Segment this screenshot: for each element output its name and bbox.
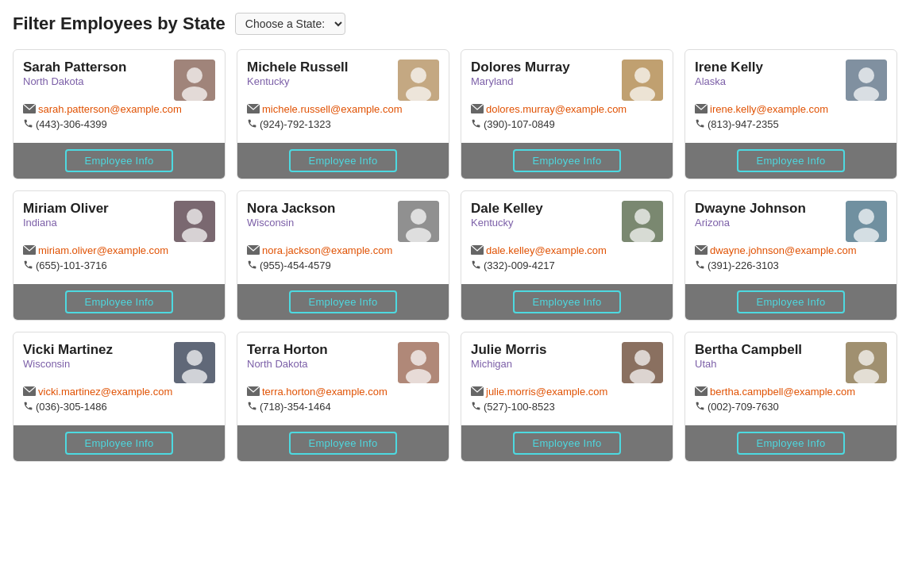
employee-info-button[interactable]: Employee Info <box>289 149 396 172</box>
card-footer: Employee Info <box>685 143 897 179</box>
email-line: irene.kelly@example.com <box>695 102 887 117</box>
card-name-state: Bertha Campbell Utah <box>695 342 802 375</box>
card-footer: Employee Info <box>237 284 449 320</box>
employee-phone: (955)-454-4579 <box>260 259 331 271</box>
employee-info-button[interactable]: Employee Info <box>65 149 172 172</box>
email-line: bertha.campbell@example.com <box>695 385 887 399</box>
employee-name: Nora Jackson <box>247 201 336 217</box>
card-name-state: Michele Russell Kentucky <box>247 60 349 92</box>
card-header: Irene Kelly Alaska <box>695 60 887 101</box>
card-name-state: Dale Kelley Kentucky <box>471 201 543 233</box>
employee-email: dale.kelley@example.com <box>486 244 607 256</box>
employee-name: Julie Morris <box>471 342 546 358</box>
employee-info-button[interactable]: Employee Info <box>737 432 844 455</box>
employee-info-button[interactable]: Employee Info <box>513 432 620 455</box>
card-name-state: Nora Jackson Wisconsin <box>247 201 336 233</box>
employee-state: Arizona <box>695 217 806 229</box>
filter-bar: Filter Employees by State Choose a State… <box>13 13 897 35</box>
employee-info-button[interactable]: Employee Info <box>513 290 620 313</box>
card-header: Dwayne Johnson Arizona <box>695 201 887 242</box>
employee-state: Alaska <box>695 75 763 87</box>
phone-line: (390)-107-0849 <box>471 117 663 132</box>
employee-info-button[interactable]: Employee Info <box>65 290 172 313</box>
envelope-icon <box>23 385 36 399</box>
employee-name: Miriam Oliver <box>23 201 109 217</box>
employee-phone: (924)-792-1323 <box>260 118 331 130</box>
svg-point-1 <box>187 67 202 83</box>
svg-point-21 <box>411 209 426 225</box>
phone-line: (813)-947-2355 <box>695 117 887 132</box>
phone-line: (036)-305-1486 <box>23 400 215 414</box>
employee-info-button[interactable]: Employee Info <box>289 432 396 455</box>
employee-card: Vicki Martinez Wisconsin vicki.martinez@… <box>13 332 226 462</box>
employee-info-button[interactable]: Employee Info <box>737 149 844 172</box>
card-name-state: Miriam Oliver Indiana <box>23 201 109 233</box>
employee-name: Dale Kelley <box>471 201 543 217</box>
employee-phone: (655)-101-3716 <box>36 259 107 271</box>
card-name-state: Dolores Murray Maryland <box>471 60 570 92</box>
email-line: dwayne.johnson@example.com <box>695 244 887 258</box>
employee-state: Wisconsin <box>247 217 336 229</box>
card-name-state: Terra Horton North Dakota <box>247 342 328 375</box>
email-line: terra.horton@example.com <box>247 385 439 399</box>
card-footer: Employee Info <box>13 284 225 320</box>
envelope-icon <box>695 385 708 399</box>
email-line: michele.russell@example.com <box>247 102 439 117</box>
phone-line: (002)-709-7630 <box>695 400 887 414</box>
employee-email: julie.morris@example.com <box>486 386 607 398</box>
employee-phone: (390)-107-0849 <box>484 118 555 130</box>
envelope-icon <box>695 102 708 117</box>
employee-name: Terra Horton <box>247 342 328 358</box>
envelope-icon <box>247 244 260 258</box>
avatar <box>174 60 215 101</box>
phone-line: (391)-226-3103 <box>695 259 887 273</box>
phone-line: (718)-354-1464 <box>247 400 439 414</box>
envelope-icon <box>471 244 484 258</box>
card-body: Terra Horton North Dakota terra.horton@e… <box>237 332 449 425</box>
avatar <box>398 342 439 383</box>
avatar <box>174 201 215 242</box>
phone-line: (655)-101-3716 <box>23 259 215 273</box>
envelope-icon <box>247 385 260 399</box>
card-footer: Employee Info <box>237 143 449 179</box>
employee-state: Wisconsin <box>23 358 113 370</box>
card-header: Nora Jackson Wisconsin <box>247 201 439 242</box>
employee-state: Kentucky <box>247 75 349 87</box>
employee-email: terra.horton@example.com <box>262 386 388 398</box>
card-footer: Employee Info <box>13 143 225 179</box>
avatar <box>174 342 215 383</box>
state-filter-select[interactable]: Choose a State:AlabamaAlaskaArizonaArkan… <box>235 13 345 35</box>
card-footer: Employee Info <box>461 143 673 179</box>
svg-point-25 <box>634 209 650 225</box>
svg-point-41 <box>634 350 650 366</box>
employee-info-button[interactable]: Employee Info <box>289 290 396 313</box>
employee-info-button[interactable]: Employee Info <box>513 149 620 172</box>
card-name-state: Dwayne Johnson Arizona <box>695 201 806 233</box>
email-line: miriam.oliver@example.com <box>23 244 215 258</box>
email-line: julie.morris@example.com <box>471 385 663 399</box>
employee-card: Irene Kelly Alaska irene.kelly@example.c… <box>684 49 897 179</box>
phone-line: (527)-100-8523 <box>471 400 663 414</box>
employee-phone: (002)-709-7630 <box>708 401 779 413</box>
svg-point-9 <box>634 67 650 83</box>
phone-icon <box>23 117 33 132</box>
employee-state: Michigan <box>471 358 546 370</box>
employee-card: Sarah Patterson North Dakota sarah.patte… <box>13 49 226 179</box>
employee-phone: (813)-947-2355 <box>708 118 779 130</box>
employee-info-button[interactable]: Employee Info <box>65 432 172 455</box>
employee-info-button[interactable]: Employee Info <box>737 290 844 313</box>
card-name-state: Irene Kelly Alaska <box>695 60 763 92</box>
avatar <box>622 201 663 242</box>
card-name-state: Vicki Martinez Wisconsin <box>23 342 113 375</box>
phone-icon <box>247 259 257 273</box>
employee-phone: (443)-306-4399 <box>36 118 107 130</box>
employee-state: Kentucky <box>471 217 543 229</box>
avatar <box>846 60 887 101</box>
employee-email: dwayne.johnson@example.com <box>710 244 856 256</box>
employee-card: Nora Jackson Wisconsin nora.jackson@exam… <box>237 190 449 321</box>
employee-email: michele.russell@example.com <box>262 103 402 115</box>
card-header: Terra Horton North Dakota <box>247 342 439 383</box>
email-line: vicki.martinez@example.com <box>23 385 215 399</box>
envelope-icon <box>23 244 36 258</box>
employee-email: vicki.martinez@example.com <box>38 386 172 398</box>
